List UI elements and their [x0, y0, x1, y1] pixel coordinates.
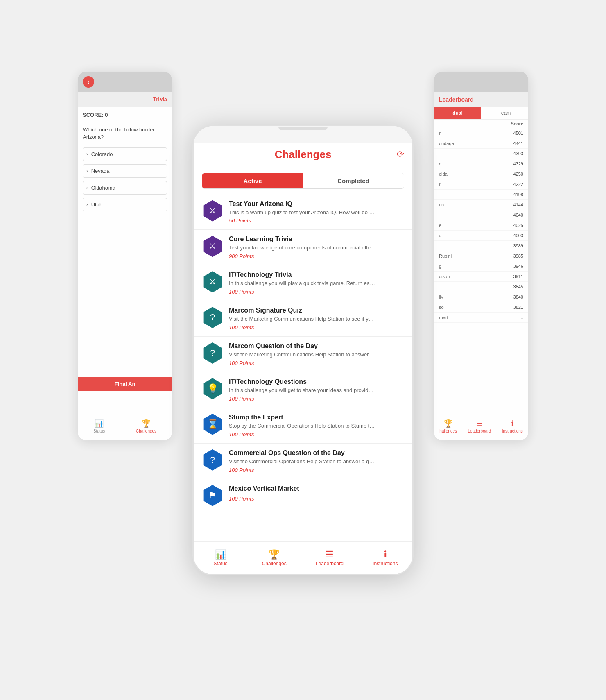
back-button[interactable]: ‹: [83, 76, 94, 88]
challenge-item-1[interactable]: ⚔Test Your Arizona IQThis is a warm up q…: [194, 195, 412, 230]
leader-name-1: oudaqa: [439, 141, 454, 146]
option-colorado[interactable]: › Colorado: [83, 147, 167, 161]
right-bottom-nav: 🏆 hallenges ☰ Leaderboard ℹ Instructions: [434, 412, 528, 440]
refresh-button[interactable]: ⟳: [397, 149, 404, 160]
leaderboard-row-3: c4329: [434, 159, 528, 169]
challenge-icon-4: ?: [202, 307, 223, 328]
leaderboard-row-1: oudaqa4441: [434, 138, 528, 149]
arrow-icon: ›: [86, 152, 88, 156]
challenge-points-9: 100 Points: [229, 496, 404, 502]
leaderboard-row-15: 3845: [434, 282, 528, 292]
option-utah[interactable]: › Utah: [83, 198, 167, 211]
tab-active[interactable]: Active: [202, 173, 303, 188]
leader-score-16: 3840: [513, 294, 523, 299]
leaderboard-row-7: un4144: [434, 200, 528, 210]
challenge-points-3: 100 Points: [229, 289, 404, 295]
leader-score-4: 4250: [513, 172, 523, 177]
leaderboard-row-9: e4025: [434, 220, 528, 231]
phone-notch: [278, 127, 328, 130]
option-oklahoma[interactable]: › Oklahoma: [83, 181, 167, 195]
leader-score-14: 3911: [513, 274, 523, 279]
status-icon: 📊: [95, 419, 104, 428]
challenge-item-4[interactable]: ?Marcom Signature QuizVisit the Marketin…: [194, 301, 412, 337]
instructions-nav-icon: ℹ: [511, 419, 514, 428]
leader-score-0: 4501: [513, 131, 523, 136]
left-nav-status[interactable]: 📊 Status: [93, 419, 105, 433]
challenge-name-2: Core Learning Trivia: [229, 236, 404, 243]
challenge-item-5[interactable]: ?Marcom Question of the DayVisit the Mar…: [194, 337, 412, 372]
scene: ‹ Trivia SCORE: 0 Which one of the follo…: [78, 23, 528, 678]
option-nevada[interactable]: › Nevada: [83, 164, 167, 178]
challenge-icon-3: ⚔: [202, 271, 223, 292]
challenge-item-8[interactable]: ?Commercial Ops Question of the DayVisit…: [194, 444, 412, 479]
right-nav-instructions[interactable]: ℹ Instructions: [502, 419, 523, 433]
challenge-item-7[interactable]: ⌛Stump the ExpertStop by the Commercial …: [194, 408, 412, 444]
challenge-desc-5: Visit the Marketing Communications Help …: [229, 351, 376, 358]
phone-content: Challenges ⟳ Active Completed ⚔Test Your…: [194, 143, 412, 541]
challenge-text-4: Marcom Signature QuizVisit the Marketing…: [229, 307, 404, 331]
left-nav-label: Status: [93, 429, 105, 433]
challenge-points-7: 100 Points: [229, 431, 404, 437]
challenge-name-6: IT/Technology Questions: [229, 378, 404, 385]
page-title: Challenges: [275, 148, 332, 161]
leader-score-17: 3821: [513, 305, 523, 310]
leaderboard-row-13: g3946: [434, 261, 528, 272]
tab-team[interactable]: Team: [481, 107, 528, 119]
challenge-item-2[interactable]: ⚔Core Learning TriviaTest your knowledge…: [194, 230, 412, 265]
phone-bottom-bar: [194, 574, 412, 575]
leader-name-9: e: [439, 223, 441, 228]
leaderboard-nav-icon: ☰: [326, 549, 334, 560]
challenge-points-2: 900 Points: [229, 253, 404, 259]
challenge-text-7: Stump the ExpertStop by the Commercial O…: [229, 414, 404, 437]
final-answer-button[interactable]: Final An: [78, 377, 172, 391]
option-label: Utah: [91, 202, 102, 208]
challenge-text-9: Mexico Vertical Market100 Points: [229, 485, 404, 502]
score-header: Score: [434, 120, 528, 128]
nav-challenges[interactable]: 🏆 Challenges: [262, 549, 287, 566]
right-nav-challenges[interactable]: 🏆 hallenges: [439, 419, 457, 433]
right-nav-leaderboard[interactable]: ☰ Leaderboard: [468, 419, 491, 433]
left-title-bar: Trivia: [78, 92, 172, 107]
leader-score-7: 4144: [513, 202, 523, 207]
challenge-name-3: IT/Technology Trivia: [229, 271, 404, 279]
leader-name-14: dison: [439, 274, 450, 279]
right-leaderboard-panel: Leaderboard dual Team Score n4501oudaqa4…: [434, 72, 528, 440]
leader-score-15: 3845: [513, 284, 523, 289]
nav-instructions[interactable]: ℹ Instructions: [373, 549, 398, 566]
challenge-icon-2: ⚔: [202, 236, 223, 257]
tab-completed[interactable]: Completed: [303, 173, 404, 188]
tab-row: Active Completed: [202, 173, 404, 189]
leader-score-18: ...: [520, 315, 523, 320]
leaderboard-row-6: 4198: [434, 190, 528, 200]
challenge-item-6[interactable]: 💡IT/Technology QuestionsIn this challeng…: [194, 372, 412, 408]
leader-name-17: so: [439, 305, 444, 310]
leaderboard-row-14: dison3911: [434, 272, 528, 282]
tab-individual[interactable]: dual: [434, 107, 481, 119]
challenge-icon-9: ⚑: [202, 485, 223, 506]
leader-score-1: 4441: [513, 141, 523, 146]
phone-notch-bar: [194, 126, 412, 131]
challenge-points-8: 100 Points: [229, 467, 404, 473]
challenge-points-5: 100 Points: [229, 360, 404, 366]
leader-score-11: 3989: [513, 243, 523, 248]
left-nav-challenges[interactable]: 🏆 Challenges: [136, 419, 156, 433]
bottom-nav: 📊 Status 🏆 Challenges ☰ Leaderboard ℹ In…: [194, 541, 412, 574]
challenge-desc-3: In this challenge you will play a quick …: [229, 280, 376, 287]
nav-status[interactable]: 📊 Status: [208, 549, 233, 566]
tab-team-label: Team: [499, 110, 511, 116]
challenge-item-3[interactable]: ⚔IT/Technology TriviaIn this challenge y…: [194, 265, 412, 301]
status-nav-icon: 📊: [215, 549, 226, 560]
instructions-nav-icon: ℹ: [384, 549, 387, 560]
challenge-name-4: Marcom Signature Quiz: [229, 307, 404, 314]
leader-name-10: a: [439, 233, 441, 238]
leader-score-6: 4198: [513, 192, 523, 197]
nav-leaderboard[interactable]: ☰ Leaderboard: [316, 549, 344, 566]
tab-individual-label: dual: [452, 110, 463, 116]
leader-name-18: rhart: [439, 315, 448, 320]
leaderboard-row-0: n4501: [434, 128, 528, 138]
challenge-item-9[interactable]: ⚑Mexico Vertical Market100 Points: [194, 479, 412, 512]
leader-score-13: 3946: [513, 264, 523, 269]
leaderboard-row-11: 3989: [434, 241, 528, 251]
leaderboard-row-18: rhart...: [434, 313, 528, 323]
leader-score-10: 4003: [513, 233, 523, 238]
